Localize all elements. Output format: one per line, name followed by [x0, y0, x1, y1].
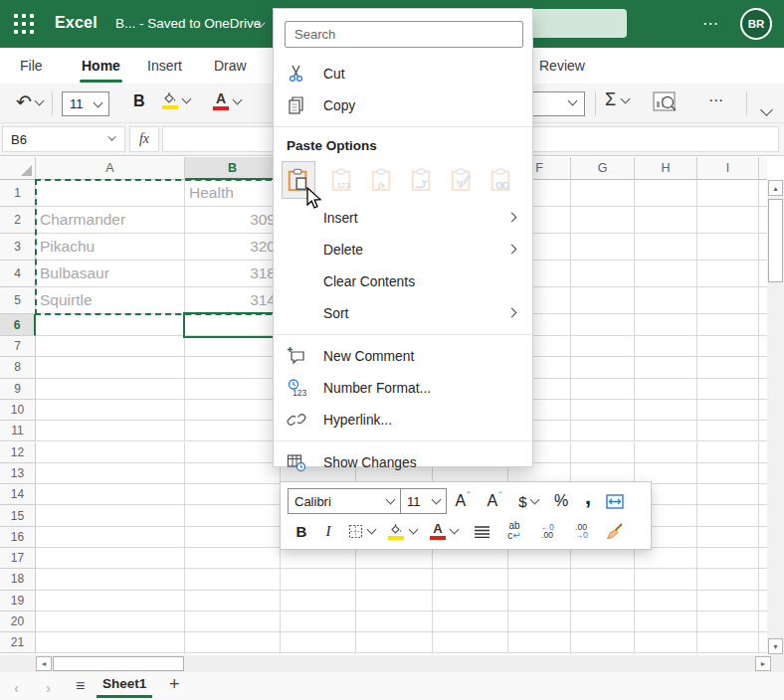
wrap-text-button[interactable]: abc↵	[498, 521, 530, 541]
cell-G19[interactable]	[571, 591, 635, 612]
cell-I16[interactable]	[697, 527, 759, 548]
cell-B14[interactable]	[185, 484, 281, 505]
cell-J14[interactable]	[759, 484, 767, 505]
mini-font-color-button[interactable]: A	[423, 522, 465, 540]
cell-I9[interactable]	[697, 379, 759, 400]
tab-draw[interactable]: Draw	[212, 55, 249, 77]
tab-review[interactable]: Review	[537, 55, 587, 77]
cell-B17[interactable]	[185, 548, 281, 569]
cell-I12[interactable]	[697, 442, 759, 463]
cell-F18[interactable]	[508, 569, 571, 590]
vertical-scrollbar[interactable]: ▲ ▼	[767, 180, 784, 655]
row-header-16[interactable]: 16	[0, 527, 36, 548]
menu-item-show-changes[interactable]: Show Changes	[274, 446, 532, 478]
cell-G9[interactable]	[571, 379, 635, 400]
row-header-12[interactable]: 12	[0, 442, 36, 463]
cell-E19[interactable]	[433, 591, 508, 612]
cell-E20[interactable]	[433, 612, 508, 632]
mini-italic-button[interactable]: I	[315, 523, 341, 540]
cell-A20[interactable]	[36, 612, 185, 632]
cell-C21[interactable]	[281, 632, 356, 653]
mini-bold-button[interactable]: B	[288, 523, 315, 540]
cell-B12[interactable]	[185, 442, 281, 463]
all-sheets-icon[interactable]: ≡	[76, 677, 85, 695]
menu-item-insert[interactable]: Insert	[274, 202, 532, 234]
column-header-G[interactable]: G	[571, 157, 635, 180]
cell-B5[interactable]: 314	[185, 287, 281, 314]
undo-button[interactable]: ↶	[16, 90, 43, 113]
cell-B18[interactable]	[185, 569, 281, 590]
tab-insert[interactable]: Insert	[145, 55, 184, 77]
row-header-6[interactable]: 6	[0, 314, 36, 336]
paste-formatting-button[interactable]: %	[449, 166, 475, 194]
cell-G6[interactable]	[571, 314, 635, 336]
cell-I1[interactable]	[697, 180, 759, 207]
row-header-3[interactable]: 3	[0, 234, 36, 261]
row-header-15[interactable]: 15	[0, 505, 36, 526]
cell-H4[interactable]	[635, 261, 697, 287]
mini-font-name-dropdown[interactable]: Calibri	[288, 488, 401, 514]
cell-I11[interactable]	[697, 421, 759, 441]
cell-A12[interactable]	[36, 442, 185, 463]
cell-G4[interactable]	[571, 261, 635, 287]
row-header-13[interactable]: 13	[0, 463, 36, 484]
cell-A8[interactable]	[36, 357, 185, 378]
cell-G18[interactable]	[571, 569, 635, 590]
cell-J12[interactable]	[759, 442, 767, 463]
cell-H6[interactable]	[635, 314, 697, 336]
mini-font-size-dropdown[interactable]: 11	[400, 488, 447, 514]
cell-A4[interactable]: Bulbasaur	[36, 261, 185, 287]
cell-J11[interactable]	[759, 421, 767, 441]
row-header-20[interactable]: 20	[0, 612, 36, 632]
row-header-2[interactable]: 2	[0, 207, 36, 234]
row-header-7[interactable]: 7	[0, 336, 36, 357]
cell-J9[interactable]	[759, 379, 767, 400]
row-header-18[interactable]: 18	[0, 569, 36, 590]
cell-B11[interactable]	[185, 421, 281, 441]
menu-item-clear-contents[interactable]: Clear Contents	[274, 265, 532, 297]
cell-J6[interactable]	[759, 314, 767, 336]
cell-I17[interactable]	[697, 548, 759, 569]
cell-J19[interactable]	[759, 591, 767, 612]
font-size-dropdown[interactable]: 11	[62, 91, 109, 116]
row-header-21[interactable]: 21	[0, 632, 36, 653]
app-launcher-waffle-icon[interactable]	[12, 12, 36, 36]
scroll-down-button[interactable]: ▼	[768, 638, 783, 654]
cell-I19[interactable]	[697, 591, 759, 612]
cell-C20[interactable]	[281, 612, 356, 632]
cell-B21[interactable]	[185, 632, 281, 653]
cell-I5[interactable]	[697, 287, 759, 314]
column-header-A[interactable]: A	[36, 157, 185, 180]
row-header-9[interactable]: 9	[0, 379, 36, 400]
scroll-right-button[interactable]: ►	[755, 656, 771, 671]
cell-J7[interactable]	[759, 336, 767, 357]
cell-G17[interactable]	[571, 548, 635, 569]
cell-A7[interactable]	[36, 336, 185, 357]
cell-F19[interactable]	[508, 591, 571, 612]
cell-I13[interactable]	[697, 463, 759, 484]
cell-B16[interactable]	[185, 527, 281, 548]
cell-H7[interactable]	[635, 336, 697, 357]
cell-A11[interactable]	[36, 421, 185, 441]
cell-G2[interactable]	[571, 207, 635, 234]
autosum-button[interactable]: Σ	[605, 89, 629, 110]
menu-item-copy[interactable]: Copy	[274, 89, 532, 121]
shrink-font-button[interactable]: Aˇ	[479, 492, 510, 510]
cell-J4[interactable]	[759, 261, 767, 287]
cell-J16[interactable]	[759, 527, 767, 548]
select-all-corner[interactable]	[0, 157, 36, 180]
paste-link-button[interactable]	[489, 166, 514, 194]
cell-A1[interactable]	[36, 180, 185, 207]
cell-B6[interactable]	[185, 314, 281, 336]
menu-item-new-comment[interactable]: New Comment	[274, 340, 532, 372]
cell-J1[interactable]	[759, 180, 767, 207]
cell-B9[interactable]	[185, 379, 281, 400]
cell-F17[interactable]	[508, 548, 571, 569]
paste-formulas-button[interactable]: fx	[369, 166, 395, 194]
cell-J15[interactable]	[759, 505, 767, 526]
cell-I3[interactable]	[697, 234, 759, 261]
paste-transpose-button[interactable]	[409, 166, 435, 194]
cell-J20[interactable]	[759, 612, 767, 632]
cell-G11[interactable]	[571, 421, 635, 441]
cell-A13[interactable]	[36, 463, 185, 484]
